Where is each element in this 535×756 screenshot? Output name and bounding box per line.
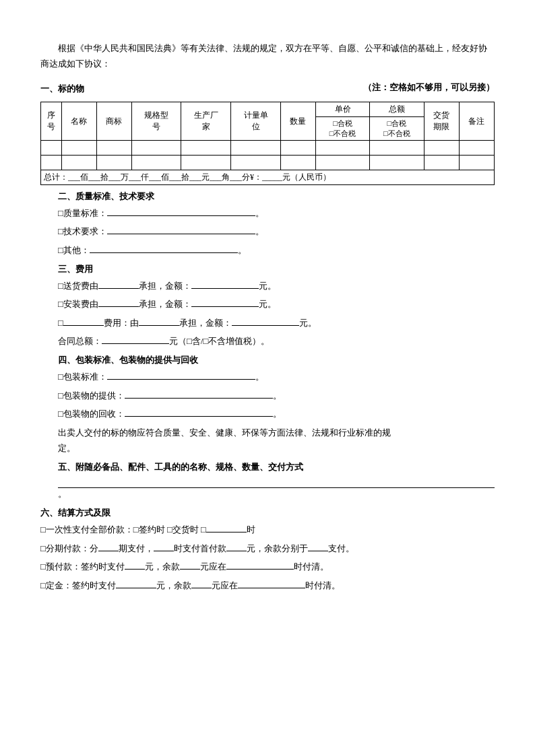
shipping-fee-label: □送货费由 xyxy=(58,278,98,294)
quality-standard-input[interactable] xyxy=(107,205,255,216)
cell-unit-price xyxy=(315,156,369,170)
section1-title: 一、标的物 xyxy=(40,83,84,95)
install-fee-party[interactable] xyxy=(98,296,139,307)
cell-delivery xyxy=(424,141,459,156)
prepayment-label4: 时付清。 xyxy=(294,559,329,574)
installment-count[interactable] xyxy=(98,541,119,551)
onetime-payment-text: □一次性支付全部价款：□签约时 □交货时 □ xyxy=(40,522,206,537)
col-total-sub: □合税□不合税 xyxy=(370,116,424,141)
cell-qty xyxy=(280,156,315,170)
deposit-label4: 时付清。 xyxy=(305,578,340,593)
cell-qty xyxy=(280,141,315,156)
installment-label5: 支付。 xyxy=(328,541,354,556)
table-row xyxy=(41,156,495,170)
other-fee-party[interactable] xyxy=(139,315,179,326)
col-spec: 规格型号 xyxy=(131,102,181,141)
installment-amount1[interactable] xyxy=(226,541,247,551)
onetime-payment-time[interactable] xyxy=(206,522,247,532)
install-fee-mid: 承担，金额： xyxy=(139,296,191,312)
section4-extra: 出卖人交付的标的物应符合质量、安全、健康、环保等方面法律、法规和行业标准的规定。 xyxy=(58,425,495,456)
pack-provide-dot: 。 xyxy=(273,388,282,403)
cell-brand xyxy=(96,156,131,170)
installment-time1[interactable] xyxy=(154,541,174,551)
shipping-fee-party[interactable] xyxy=(98,278,139,289)
other-fee-checkbox: □ xyxy=(58,315,63,331)
contract-total-unit: 元（□含/□不含增值税）。 xyxy=(169,333,270,349)
end-dot: 。 xyxy=(255,224,264,239)
install-fee-label: □安装费由 xyxy=(58,296,98,312)
col-unit-price-sub: □合税□不合税 xyxy=(315,116,369,141)
tech-req-input[interactable] xyxy=(107,224,255,234)
cell-name xyxy=(61,156,96,170)
pack-provide-field: □包装物的提供： 。 xyxy=(58,388,495,403)
pack-recycle-field: □包装物的回收： 。 xyxy=(58,406,495,421)
prepayment-field: □预付款：签约时支付 元，余款 元应在 时付清。 xyxy=(40,559,495,574)
other-fee-label: 费用：由 xyxy=(104,315,139,331)
prepayment-amount1[interactable] xyxy=(125,559,145,570)
deposit-label3: 元应在 xyxy=(212,578,238,593)
install-fee-amount[interactable] xyxy=(191,296,259,307)
cell-manufacturer xyxy=(181,156,231,170)
cell-note xyxy=(459,141,494,156)
other-fee-field: □ 费用：由 承担，金额： 元。 xyxy=(58,315,495,331)
prepayment-remain[interactable] xyxy=(180,559,200,570)
goods-table: 序号 名称 商标 规格型号 生产厂家 计量单位 数量 单价 总额 交货期限 备注… xyxy=(40,102,495,185)
pack-recycle-dot: 。 xyxy=(273,406,282,421)
installment-label4: 元，余款分别于 xyxy=(247,541,308,556)
installment-label1: □分期付款：分 xyxy=(40,541,98,556)
installment-field: □分期付款：分 期支付， 时支付首付款 元，余款分别于 支付。 xyxy=(40,541,495,556)
other-fee-amount[interactable] xyxy=(232,315,299,326)
onetime-payment-field: □一次性支付全部价款：□签约时 □交货时 □ 时 xyxy=(40,522,495,537)
other-field: □其他： 。 xyxy=(58,242,495,258)
col-brand: 商标 xyxy=(96,102,131,141)
deposit-amount1[interactable] xyxy=(116,578,156,588)
other-fee-type[interactable] xyxy=(63,315,104,326)
prepayment-label1: □预付款：签约时支付 xyxy=(40,559,125,574)
installment-label3: 时支付首付款 xyxy=(174,541,226,556)
deposit-label2: 元，余款 xyxy=(156,578,191,593)
cell-unit xyxy=(231,156,281,170)
contract-total-amount[interactable] xyxy=(102,333,169,344)
cell-spec xyxy=(131,156,181,170)
cell-brand xyxy=(96,141,131,156)
col-unit: 计量单位 xyxy=(231,102,281,141)
prepayment-label2: 元，余款 xyxy=(145,559,180,574)
pack-standard-input[interactable] xyxy=(107,369,255,380)
section5-input[interactable] xyxy=(58,476,495,488)
cell-seq xyxy=(41,156,62,170)
pack-recycle-input[interactable] xyxy=(125,406,273,417)
table-row xyxy=(41,141,495,156)
table-row-total: 总计：___佰___拾___万___仟___佰___拾___元___角___分¥… xyxy=(41,170,495,184)
total-row-text: 总计：___佰___拾___万___仟___佰___拾___元___角___分¥… xyxy=(41,170,495,184)
install-fee-unit: 元。 xyxy=(259,296,276,312)
section5: 五、附随必备品、配件、工具的的名称、规格、数量、交付方式 。 xyxy=(58,461,495,500)
col-qty: 数量 xyxy=(280,102,315,141)
cell-name xyxy=(61,141,96,156)
col-unit-price: 单价 xyxy=(315,102,369,116)
installment-remain[interactable] xyxy=(308,541,328,551)
section3-title: 三、费用 xyxy=(58,263,495,275)
section5-dot: 。 xyxy=(58,489,67,499)
col-total: 总额 xyxy=(370,102,424,116)
shipping-fee-amount[interactable] xyxy=(191,278,259,289)
other-input[interactable] xyxy=(90,242,238,253)
section1: 一、标的物 （注：空格如不够用，可以另接） 序号 名称 商标 规格型号 生产厂家… xyxy=(40,76,495,185)
col-seq: 序号 xyxy=(41,102,62,141)
pack-provide-input[interactable] xyxy=(125,388,273,399)
other-fee-unit: 元。 xyxy=(299,315,317,331)
shipping-fee-unit: 元。 xyxy=(259,278,276,294)
section3: 三、费用 □送货费由 承担，金额： 元。 □安装费由 承担，金额： 元。 □ 费… xyxy=(58,263,495,349)
deposit-field: □定金：签约时支付 元，余款 元应在 时付清。 xyxy=(40,578,495,593)
section4: 四、包装标准、包装物的提供与回收 □包装标准： 。 □包装物的提供： 。 □包装… xyxy=(58,354,495,456)
intro-paragraph: 根据《中华人民共和国民法典》等有关法律、法规的规定，双方在平等、自愿、公平和诚信… xyxy=(40,40,495,72)
quality-standard-field: □质量标准： 。 xyxy=(58,205,495,221)
deposit-deadline[interactable] xyxy=(238,578,305,588)
prepayment-deadline[interactable] xyxy=(226,559,294,570)
deposit-label1: □定金：签约时支付 xyxy=(40,578,116,593)
other-label: □其他： xyxy=(58,242,90,258)
shipping-fee-mid: 承担，金额： xyxy=(139,278,191,294)
section2-title: 二、质量标准、技术要求 xyxy=(58,191,495,203)
section2: 二、质量标准、技术要求 □质量标准： 。 □技术要求： 。 □其他： 。 xyxy=(58,191,495,258)
deposit-remain[interactable] xyxy=(191,578,212,588)
section6: 六、结算方式及限 □一次性支付全部价款：□签约时 □交货时 □ 时 □分期付款：… xyxy=(40,507,495,593)
